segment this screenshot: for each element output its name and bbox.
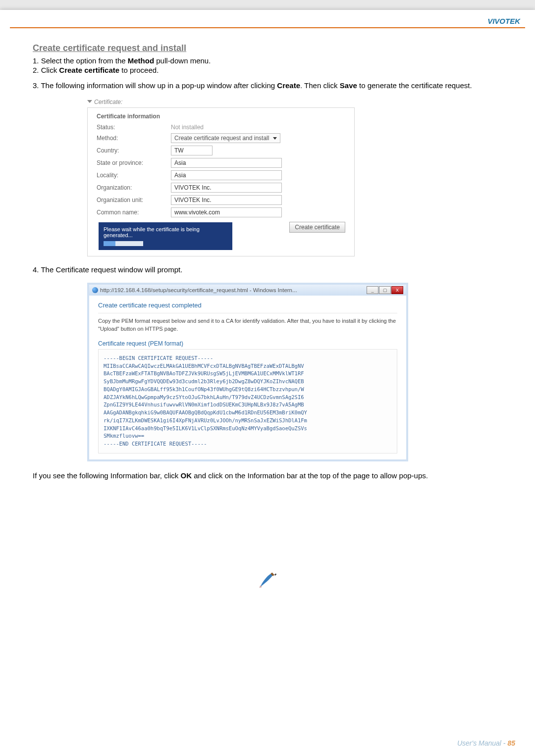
cn-input[interactable]: www.vivotek.com bbox=[171, 207, 282, 217]
country-label: Country: bbox=[97, 147, 171, 154]
pem-text[interactable]: -----BEGIN CERTIFICATE REQUEST----- MIIB… bbox=[98, 349, 397, 454]
orgunit-label: Organization unit: bbox=[97, 197, 171, 203]
locality-label: Locality: bbox=[97, 172, 171, 179]
section-heading: Create certificate request and install bbox=[33, 43, 502, 53]
info-bar-note: If you see the following Information bar… bbox=[33, 471, 502, 480]
pencil-icon bbox=[257, 569, 278, 591]
step-1: 1. Select the option from the Method pul… bbox=[33, 56, 502, 65]
country-input[interactable]: TW bbox=[171, 146, 213, 155]
orgunit-input[interactable]: VIVOTEK Inc. bbox=[171, 195, 282, 205]
header-divider bbox=[10, 27, 525, 28]
window-titlebar: http://192.168.4.168/setup/security/cert… bbox=[89, 285, 406, 296]
method-select[interactable]: Create certificate request and install bbox=[171, 133, 280, 143]
maximize-button[interactable]: ▢ bbox=[379, 286, 391, 294]
chevron-down-icon bbox=[87, 100, 92, 103]
state-label: State or province: bbox=[97, 159, 171, 166]
org-label: Organization: bbox=[97, 184, 171, 191]
page-footer: User's Manual - 85 bbox=[457, 739, 515, 747]
certificate-settings-screenshot: Certificate: Certificate information Sta… bbox=[87, 99, 355, 256]
create-certificate-button[interactable]: Create certificate bbox=[289, 222, 345, 233]
cert-info-heading: Certificate information bbox=[97, 113, 345, 120]
step-4: 4. The Certificate request window will p… bbox=[33, 265, 502, 274]
window-address: http://192.168.4.168/setup/security/cert… bbox=[100, 287, 297, 293]
step-2: 2. Click Create certificate to proceed. bbox=[33, 66, 502, 74]
pem-subheading: Certificate request (PEM format) bbox=[98, 340, 397, 347]
locality-input[interactable]: Asia bbox=[171, 170, 282, 180]
org-input[interactable]: VIVOTEK Inc. bbox=[171, 183, 282, 193]
status-value: Not installed bbox=[171, 124, 204, 131]
brand-text: VIVOTEK bbox=[10, 10, 525, 27]
request-description: Copy the PEM format request below and se… bbox=[98, 317, 397, 333]
step-3: 3. The following information will show u… bbox=[33, 81, 502, 90]
method-label: Method: bbox=[97, 135, 171, 142]
status-label: Status: bbox=[97, 124, 171, 131]
progress-bar bbox=[104, 241, 143, 246]
close-button[interactable]: X bbox=[391, 286, 403, 294]
minimize-button[interactable]: _ bbox=[367, 286, 378, 294]
wait-overlay: Please wait while the certificate is bei… bbox=[99, 222, 232, 250]
dropdown-icon bbox=[273, 137, 277, 140]
ie-icon bbox=[92, 287, 98, 293]
request-completed-heading: Create certificate request completed bbox=[98, 302, 397, 313]
cn-label: Common name: bbox=[97, 209, 171, 216]
certificate-request-window: http://192.168.4.168/setup/security/cert… bbox=[87, 283, 408, 461]
state-input[interactable]: Asia bbox=[171, 158, 282, 168]
